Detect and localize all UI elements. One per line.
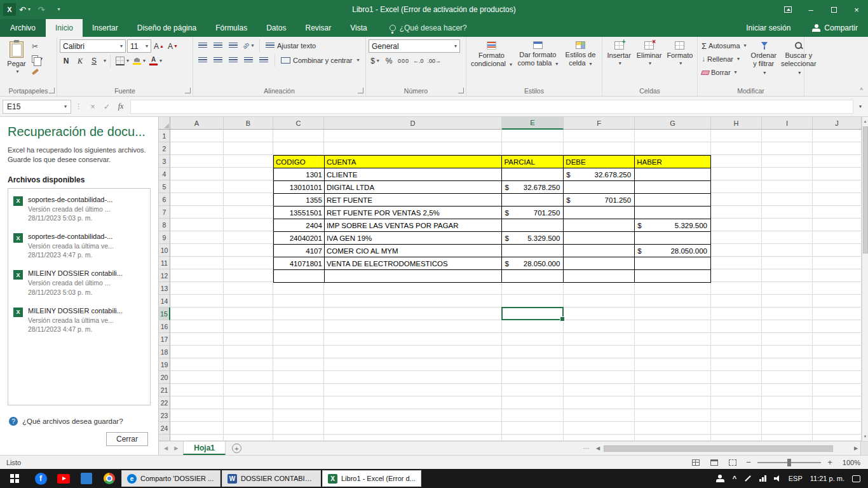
cell-h23[interactable] xyxy=(711,409,762,422)
cell-b1[interactable] xyxy=(224,130,273,142)
cell-g24[interactable] xyxy=(635,422,711,435)
conditional-formatting-button[interactable]: Formato condicional ▾ xyxy=(469,39,514,85)
cell-i11[interactable] xyxy=(762,257,813,269)
cell-b18[interactable] xyxy=(224,346,273,358)
column-header-j[interactable]: J xyxy=(813,117,862,130)
cell-h6[interactable] xyxy=(711,193,762,206)
cell-e14[interactable] xyxy=(502,295,564,308)
which-files-link[interactable]: ? ¿Qué archivos desea guardar? xyxy=(9,417,123,426)
name-box[interactable]: E15▾ xyxy=(3,100,71,114)
zoom-out-button[interactable]: − xyxy=(744,458,753,467)
cell-i16[interactable] xyxy=(762,320,813,333)
cell-d3[interactable]: CUENTA xyxy=(324,155,502,168)
formula-bar-expand-button[interactable]: ▾ xyxy=(855,104,865,109)
column-header-h[interactable]: H xyxy=(711,117,762,130)
cell-c15[interactable] xyxy=(273,308,324,320)
cell-b14[interactable] xyxy=(224,295,273,308)
cell-j9[interactable] xyxy=(813,231,862,244)
cell-b3[interactable] xyxy=(224,155,273,168)
ribbon-tab-diseno-de-pagina[interactable]: Diseño de página xyxy=(128,19,206,37)
autosum-button[interactable]: ΣAutosuma▾ xyxy=(700,39,748,52)
ribbon-tab-insertar[interactable]: Insertar xyxy=(83,19,128,37)
clipboard-dialog-launcher[interactable] xyxy=(49,88,55,93)
italic-button[interactable]: K xyxy=(74,55,86,67)
cell-b9[interactable] xyxy=(224,231,273,244)
cell-j14[interactable] xyxy=(813,295,862,308)
vertical-scrollbar[interactable]: ▲ ▼ xyxy=(862,117,868,441)
cell-j1[interactable] xyxy=(813,130,862,142)
cell-e24[interactable] xyxy=(502,422,564,435)
cell-b10[interactable] xyxy=(224,244,273,257)
cell-f2[interactable] xyxy=(564,142,635,155)
cell-b16[interactable] xyxy=(224,320,273,333)
cell-h2[interactable] xyxy=(711,142,762,155)
cell-e16[interactable] xyxy=(502,320,564,333)
cell-c13[interactable] xyxy=(273,282,324,295)
cell-e20[interactable] xyxy=(502,371,564,384)
decrease-indent-button[interactable] xyxy=(241,54,255,67)
align-top-button[interactable] xyxy=(196,39,210,52)
cell-j8[interactable] xyxy=(813,219,862,231)
cell-g22[interactable] xyxy=(635,396,711,409)
cell-h8[interactable] xyxy=(711,219,762,231)
cell-b17[interactable] xyxy=(224,333,273,346)
cell-b6[interactable] xyxy=(224,193,273,206)
cell-e4[interactable] xyxy=(501,168,563,180)
cell-a1[interactable] xyxy=(170,130,224,142)
align-left-button[interactable] xyxy=(196,54,210,67)
column-header-c[interactable]: C xyxy=(273,117,324,130)
column-header-d[interactable]: D xyxy=(324,117,502,130)
zoom-in-button[interactable]: + xyxy=(825,458,834,467)
cell-b5[interactable] xyxy=(224,180,273,193)
row-header-4[interactable]: 4 xyxy=(159,168,170,180)
cell-f7[interactable] xyxy=(563,206,634,219)
cell-f4[interactable]: $32.678.250 xyxy=(563,168,634,180)
cell-d15[interactable] xyxy=(324,308,502,320)
ribbon-tab-inicio[interactable]: Inicio xyxy=(46,19,83,37)
cell-f21[interactable] xyxy=(564,384,635,396)
ribbon-tab-revisar[interactable]: Revisar xyxy=(296,19,341,37)
column-header-e[interactable]: E xyxy=(502,117,564,130)
cell-d22[interactable] xyxy=(324,396,502,409)
find-select-button[interactable]: Buscar y seleccionar ▾ xyxy=(780,39,818,85)
zoom-slider[interactable] xyxy=(757,462,821,463)
cell-c9[interactable]: 24040201 xyxy=(273,231,324,244)
number-format-select[interactable]: General▾ xyxy=(369,39,460,53)
row-header-1[interactable]: 1 xyxy=(159,130,170,142)
start-button[interactable] xyxy=(0,469,29,488)
cell-i17[interactable] xyxy=(762,333,813,346)
decrease-decimal-button[interactable]: .00→ xyxy=(426,55,443,67)
cell-d19[interactable] xyxy=(324,358,502,371)
cell-e6[interactable] xyxy=(501,193,563,206)
cell-j11[interactable] xyxy=(813,257,862,269)
tell-me-box[interactable]: ¿Qué desea hacer? xyxy=(390,19,467,37)
paste-button[interactable]: Pegar ▾ xyxy=(3,39,31,85)
decrease-font-button[interactable]: A▼ xyxy=(166,40,179,53)
cell-i15[interactable] xyxy=(762,308,813,320)
row-header-3[interactable]: 3 xyxy=(159,155,170,168)
cell-i9[interactable] xyxy=(762,231,813,244)
cell-e2[interactable] xyxy=(502,142,564,155)
share-button[interactable]: Compartir xyxy=(802,24,868,32)
clock[interactable]: 11:21 p. m. xyxy=(810,475,844,482)
cell-a6[interactable] xyxy=(170,193,224,206)
cell-c14[interactable] xyxy=(273,295,324,308)
cell-b23[interactable] xyxy=(224,409,273,422)
row-header-18[interactable]: 18 xyxy=(159,346,170,358)
cell-g2[interactable] xyxy=(635,142,711,155)
accounting-format-button[interactable]: $▾ xyxy=(369,55,381,67)
cell-b19[interactable] xyxy=(224,358,273,371)
taskbar-icon-chrome[interactable] xyxy=(98,469,121,488)
cell-a24[interactable] xyxy=(170,422,224,435)
cell-a9[interactable] xyxy=(170,231,224,244)
fill-color-button[interactable]: ▾ xyxy=(132,55,147,67)
cell-j17[interactable] xyxy=(813,333,862,346)
cell-g10[interactable]: $28.050.000 xyxy=(634,244,710,257)
sheet-tab-hoja1[interactable]: Hoja1 xyxy=(183,442,226,455)
horizontal-scrollbar[interactable]: ◀ ▶ xyxy=(593,442,860,455)
cell-h22[interactable] xyxy=(711,396,762,409)
cell-b4[interactable] xyxy=(224,168,273,180)
cell-h21[interactable] xyxy=(711,384,762,396)
align-middle-button[interactable] xyxy=(211,39,225,52)
cell-a21[interactable] xyxy=(170,384,224,396)
